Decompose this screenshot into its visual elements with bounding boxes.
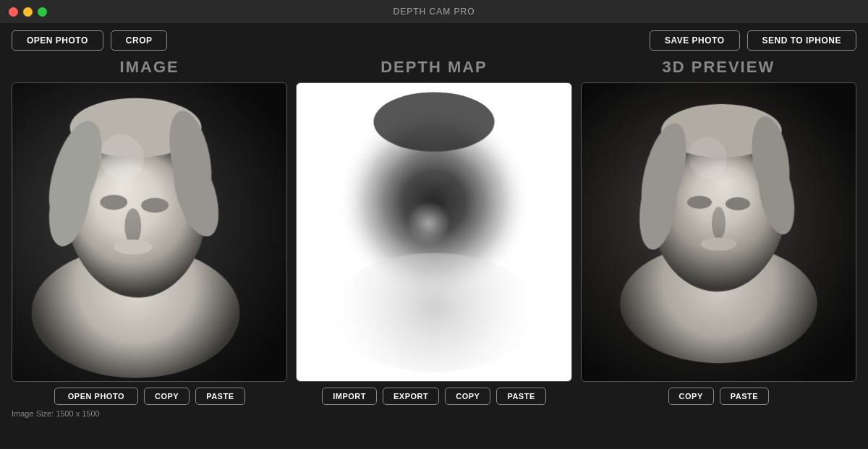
- preview-3d-panel-container: [581, 82, 856, 382]
- depth-export-button[interactable]: EXPORT: [383, 388, 439, 405]
- depth-copy-button[interactable]: COPY: [445, 388, 490, 405]
- image-size-label: Image Size: 1500 x 1500: [12, 409, 100, 418]
- maximize-button[interactable]: [38, 7, 47, 17]
- main-content: IMAGE OPEN PHOTO COPY PASTE DEPTH MAP IM…: [0, 58, 868, 405]
- preview-paste-button[interactable]: PASTE: [720, 388, 769, 405]
- close-button[interactable]: [9, 7, 18, 17]
- depth-paste-button[interactable]: PASTE: [496, 388, 545, 405]
- crop-button[interactable]: CROP: [111, 30, 168, 51]
- minimize-button[interactable]: [23, 7, 33, 17]
- image-panel-container: [12, 82, 287, 382]
- preview-canvas: [582, 83, 856, 381]
- depth-import-button[interactable]: IMPORT: [322, 388, 377, 405]
- open-photo-button[interactable]: OPEN PHOTO: [12, 30, 103, 51]
- image-open-photo-button[interactable]: OPEN PHOTO: [54, 388, 138, 405]
- save-photo-button[interactable]: SAVE PHOTO: [650, 30, 740, 51]
- preview-3d-panel: 3D PREVIEW COPY PASTE: [581, 58, 856, 405]
- status-bar: Image Size: 1500 x 1500: [0, 405, 868, 422]
- image-panel-buttons: OPEN PHOTO COPY PASTE: [12, 388, 287, 405]
- depth-map-panel: DEPTH MAP IMPORT EXPORT COPY PASTE: [296, 58, 571, 405]
- toolbar: OPEN PHOTO CROP SAVE PHOTO SEND TO IPHON…: [0, 23, 868, 58]
- image-copy-button[interactable]: COPY: [144, 388, 190, 405]
- image-paste-button[interactable]: PASTE: [195, 388, 244, 405]
- toolbar-right: SAVE PHOTO SEND TO IPHONE: [650, 30, 856, 51]
- toolbar-left: OPEN PHOTO CROP: [12, 30, 167, 51]
- image-panel: IMAGE OPEN PHOTO COPY PASTE: [12, 58, 287, 405]
- title-bar: DEPTH CAM PRO: [0, 0, 868, 23]
- depth-map-panel-title: DEPTH MAP: [380, 58, 488, 77]
- window-controls: [9, 7, 47, 17]
- depth-map-panel-container: [296, 82, 571, 382]
- image-canvas: [12, 83, 286, 381]
- depth-map-panel-buttons: IMPORT EXPORT COPY PASTE: [296, 388, 571, 405]
- preview-copy-button[interactable]: COPY: [668, 388, 714, 405]
- image-panel-title: IMAGE: [120, 58, 179, 77]
- app-title: DEPTH CAM PRO: [393, 7, 475, 17]
- preview-3d-panel-buttons: COPY PASTE: [581, 388, 856, 405]
- send-to-iphone-button[interactable]: SEND TO IPHONE: [747, 30, 856, 51]
- preview-3d-panel-title: 3D PREVIEW: [662, 58, 775, 77]
- depth-canvas: [297, 83, 571, 381]
